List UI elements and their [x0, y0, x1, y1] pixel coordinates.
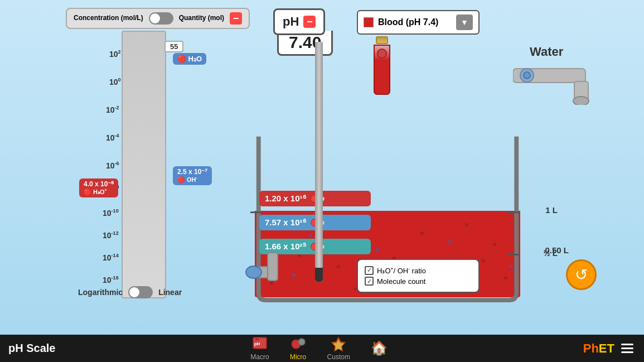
tab-custom[interactable]: Custom: [317, 334, 360, 363]
hamburger-menu-icon[interactable]: [619, 341, 636, 355]
water-faucet-svg: [513, 49, 613, 105]
conc-qty-toggle[interactable]: [149, 12, 173, 25]
drain-faucet-left: [245, 247, 296, 294]
blood-vial: [368, 36, 396, 103]
svg-point-18: [510, 265, 513, 268]
scale-background: [122, 31, 166, 298]
scale-10-m10: 10-10: [103, 208, 119, 218]
custom-tab-label: Custom: [327, 353, 350, 361]
tab-macro[interactable]: pH Macro: [240, 334, 279, 363]
svg-point-10: [482, 259, 485, 263]
ph-probe-tip: [315, 268, 323, 282]
scale-10-0: 100: [109, 77, 121, 86]
ph-minus-button[interactable]: −: [303, 16, 316, 28]
svg-point-15: [309, 234, 312, 238]
svg-point-3: [420, 231, 424, 235]
volume-1l-marker: 1 L: [545, 205, 558, 215]
logarithmic-label: Logarithmic: [78, 288, 123, 297]
simulation-area: Concentration (mol/L) Quantity (mol) − 1…: [0, 0, 644, 335]
qty-minus-button[interactable]: −: [230, 12, 242, 25]
svg-point-26: [246, 266, 262, 278]
current-volume: 0.50 L: [545, 245, 569, 255]
svg-point-16: [376, 248, 379, 252]
conc-qty-panel: Concentration (mol/L) Quantity (mol) −: [66, 8, 250, 29]
blood-dropdown[interactable]: Blood (pH 7.4) ▼: [357, 10, 480, 35]
phet-logo-text: PhET: [583, 341, 614, 356]
micro-tab-icon: [289, 336, 307, 352]
home-icon: 🏠: [370, 340, 388, 356]
svg-point-4: [465, 223, 468, 226]
svg-rect-25: [268, 253, 278, 281]
scale-10-m4: 10-4: [106, 133, 119, 142]
scale-10-m16: 10-16: [103, 275, 119, 284]
scale-10-m2: 10-2: [106, 105, 119, 114]
dropdown-arrow-icon[interactable]: ▼: [456, 15, 473, 30]
scale-10-m6: 10-6: [106, 161, 119, 170]
ph-meter-label: pH: [283, 15, 299, 29]
h2o-label-box: 🔴 H₂O: [173, 53, 206, 65]
svg-point-5: [493, 243, 496, 246]
toggle-knob: [150, 13, 160, 23]
scale-10-m12: 10-12: [103, 230, 119, 240]
bottom-tabs: pH Macro Micro Custom: [240, 334, 398, 363]
macro-tab-icon: pH: [251, 336, 269, 352]
ratio-checkbox[interactable]: ✓: [365, 266, 374, 275]
custom-tab-icon: [330, 336, 347, 352]
concentration-label: Concentration (mol/L): [74, 14, 143, 23]
log-linear-toggle[interactable]: [128, 286, 153, 298]
blood-label: Blood (pH 7.4): [378, 17, 452, 27]
scale-10-m14: 10-14: [103, 253, 119, 262]
h2o-qty-box: 55: [164, 41, 183, 52]
scale-10-2: 102: [109, 49, 121, 59]
log-linear-panel: Logarithmic Linear: [78, 286, 182, 298]
h3o-conc-label: 4.0 x 10⁻⁸ 🔴 H₃O+: [79, 178, 118, 197]
svg-point-17: [448, 240, 452, 243]
svg-point-31: [524, 72, 530, 79]
water-faucet-right: [513, 49, 613, 107]
oh-conc-label: 2.5 x 10⁻⁷ 🔴 OH-: [173, 166, 212, 185]
svg-point-36: [298, 339, 305, 345]
blood-color-swatch: [364, 17, 374, 27]
micro-tab-label: Micro: [290, 353, 306, 361]
linear-label: Linear: [158, 288, 182, 297]
phet-p: Ph: [583, 341, 599, 355]
phet-logo: PhET: [583, 341, 636, 356]
log-linear-knob: [129, 287, 139, 297]
quantity-label: Quantity (mol): [179, 14, 224, 23]
macro-tab-label: Macro: [250, 353, 269, 361]
reset-button[interactable]: ↺: [566, 259, 597, 290]
molecule-count-checkbox[interactable]: ✓: [365, 277, 374, 286]
info-box: ✓ H₃O+/ OH- ratio ✓ Molecule count: [357, 259, 480, 293]
svg-text:pH: pH: [254, 341, 260, 346]
svg-rect-33: [255, 339, 259, 340]
ratio-label: H₃O+/ OH- ratio: [377, 266, 426, 275]
ph-meter: pH −: [273, 8, 325, 35]
svg-point-14: [504, 276, 507, 279]
drain-faucet-svg: [245, 247, 296, 292]
phet-h: E: [599, 341, 607, 355]
reset-icon: ↺: [575, 266, 588, 284]
ph-probe-rod: [315, 42, 323, 282]
phet-t: T: [607, 341, 614, 355]
tab-micro[interactable]: Micro: [279, 334, 317, 363]
ratio-row: ✓ H₃O+/ OH- ratio: [365, 266, 472, 275]
bottom-bar: pH Scale pH Macro Micro: [0, 335, 644, 362]
molecule-count-row: ✓ Molecule count: [365, 277, 472, 286]
app-title: pH Scale: [8, 342, 55, 355]
molecule-count-label: Molecule count: [377, 277, 425, 286]
svg-point-7: [337, 265, 340, 268]
home-button[interactable]: 🏠: [360, 338, 398, 359]
svg-point-29: [573, 96, 589, 105]
